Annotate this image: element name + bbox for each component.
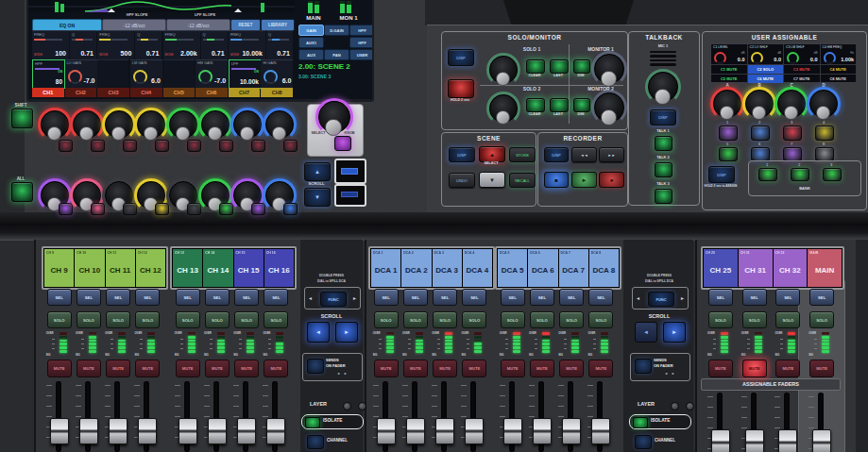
mute-button[interactable]: MUTE (403, 360, 428, 377)
encoder-button[interactable] (91, 140, 105, 152)
fader-cap[interactable] (208, 418, 227, 444)
filter-slider[interactable] (231, 68, 256, 70)
q-slider[interactable] (72, 39, 93, 41)
ua-display-cell[interactable]: C7 MUTE (784, 74, 821, 83)
ua-disp-button[interactable]: DISP (708, 166, 735, 183)
fader-cap[interactable] (745, 429, 764, 452)
ua-display-cell[interactable]: C8 MUTE (821, 74, 858, 83)
scroll-right-button[interactable]: ► (335, 322, 358, 343)
ua-assign-button[interactable] (719, 126, 738, 141)
channel-tab[interactable]: CH1 (32, 88, 64, 97)
fader-cap[interactable] (237, 418, 256, 444)
ua-knob[interactable] (745, 90, 774, 118)
solo2-last-button[interactable] (550, 98, 569, 112)
all-button[interactable] (11, 182, 33, 202)
encoder-button[interactable] (123, 203, 137, 215)
ua-knob[interactable] (713, 90, 741, 118)
sel-button[interactable]: SEL (403, 289, 428, 306)
mute-button[interactable]: MUTE (775, 360, 800, 377)
fader-cap[interactable] (778, 429, 797, 452)
encoder-knob[interactable] (201, 110, 230, 139)
talk2-button[interactable] (655, 162, 672, 177)
solo2-clear-button[interactable] (526, 98, 545, 112)
eq-freq-cell[interactable]: FREQ500MODE (97, 30, 134, 59)
channel-tab[interactable]: CH8 (261, 88, 293, 97)
eq-freq-cell[interactable]: FREQ10.00kMODE (229, 30, 265, 59)
solo-button[interactable]: SOLO (205, 311, 230, 328)
encoder-button[interactable] (123, 140, 137, 152)
q-slider[interactable] (203, 39, 224, 41)
freq-slider[interactable] (165, 39, 194, 41)
filter-slider[interactable] (35, 68, 60, 70)
sel-button[interactable]: SEL (462, 289, 486, 306)
monitor2-dim-button[interactable] (573, 98, 590, 112)
fader-cap[interactable] (50, 418, 69, 444)
scene-select-up-button[interactable]: ▲ (479, 146, 505, 162)
recorder-forward-button[interactable]: ►► (599, 147, 624, 162)
ua-assign-button[interactable] (815, 126, 834, 141)
solo-button[interactable]: SOLO (403, 311, 428, 328)
ua-assign-button[interactable] (783, 126, 802, 141)
ua-display-cell[interactable]: C4 MUTE (821, 64, 858, 74)
fader-cap[interactable] (711, 429, 730, 452)
monitor1-dim-button[interactable] (573, 59, 590, 74)
encoder-knob[interactable] (41, 110, 69, 139)
sel-button[interactable]: SEL (47, 289, 72, 306)
q-slider[interactable] (268, 39, 289, 41)
encoder-knob[interactable] (73, 110, 101, 139)
eq-gain-cell[interactable]: HM GAIN-7.0 (196, 59, 228, 88)
scroll-up-button[interactable]: ▲ (304, 162, 331, 181)
eq-gain-cell[interactable]: LO GAIN-7.0 (65, 59, 97, 88)
isolate-button[interactable] (633, 417, 648, 428)
ua-display-cell[interactable]: C4 HM FREQHz1.00k (821, 44, 858, 64)
isolate-button[interactable] (305, 417, 320, 428)
sends-on-fader-button[interactable] (635, 359, 652, 374)
ua-display-cell[interactable]: C2 LO SHLFdB0.0 (748, 44, 785, 64)
solo-button[interactable]: SOLO (234, 311, 259, 328)
fader-cap[interactable] (533, 418, 552, 444)
sel-button[interactable]: SEL (742, 289, 767, 306)
fader-cap[interactable] (406, 418, 425, 444)
ua-assign-button[interactable] (751, 147, 770, 161)
fader-cap[interactable] (79, 418, 98, 444)
fader-cap[interactable] (109, 418, 128, 444)
solo-button[interactable]: SOLO (374, 311, 399, 328)
mute-button[interactable]: MUTE (742, 360, 767, 377)
encoder-knob[interactable] (105, 110, 133, 139)
mute-button[interactable]: MUTE (530, 360, 554, 377)
q-slider[interactable] (137, 39, 158, 41)
solo1-clear-button[interactable] (526, 59, 545, 74)
mute-button[interactable]: MUTE (176, 360, 200, 377)
screen-button[interactable]: GAIN (298, 25, 324, 36)
encoder-knob[interactable] (233, 110, 262, 139)
sends-on-fader-button[interactable] (307, 359, 324, 374)
mute-button[interactable]: MUTE (264, 360, 288, 377)
usb-port[interactable] (334, 159, 366, 184)
ua-assign-button[interactable] (815, 147, 834, 161)
shift-button[interactable] (11, 109, 33, 128)
sel-button[interactable]: SEL (264, 289, 288, 306)
solo1-knob[interactable] (489, 56, 518, 84)
func-button[interactable]: FUNC (648, 292, 674, 307)
screen-button[interactable]: AUX (298, 49, 324, 60)
fader-cap[interactable] (138, 418, 157, 444)
encoder-button[interactable] (219, 140, 233, 152)
mute-button[interactable]: MUTE (234, 360, 259, 377)
freq-slider[interactable] (99, 39, 128, 41)
func-button[interactable]: FUNC (320, 292, 347, 307)
solo-button[interactable]: SOLO (775, 311, 800, 328)
sel-button[interactable]: SEL (77, 289, 101, 306)
sel-button[interactable]: SEL (176, 289, 200, 306)
encoder-knob[interactable] (137, 110, 165, 139)
channel-tab[interactable]: CH6 (196, 88, 228, 97)
mute-button[interactable]: MUTE (135, 360, 160, 377)
screen-button[interactable]: HPF (349, 37, 372, 48)
recorder-record-button[interactable]: ● (599, 172, 624, 188)
talk3-button[interactable] (655, 189, 672, 204)
encoder-button[interactable] (155, 140, 169, 152)
fader-cap[interactable] (591, 418, 610, 444)
sel-button[interactable]: SEL (588, 289, 613, 306)
mute-button[interactable]: MUTE (374, 360, 399, 377)
encoder-button[interactable] (283, 140, 298, 152)
screen-button[interactable]: HPF (349, 25, 372, 36)
